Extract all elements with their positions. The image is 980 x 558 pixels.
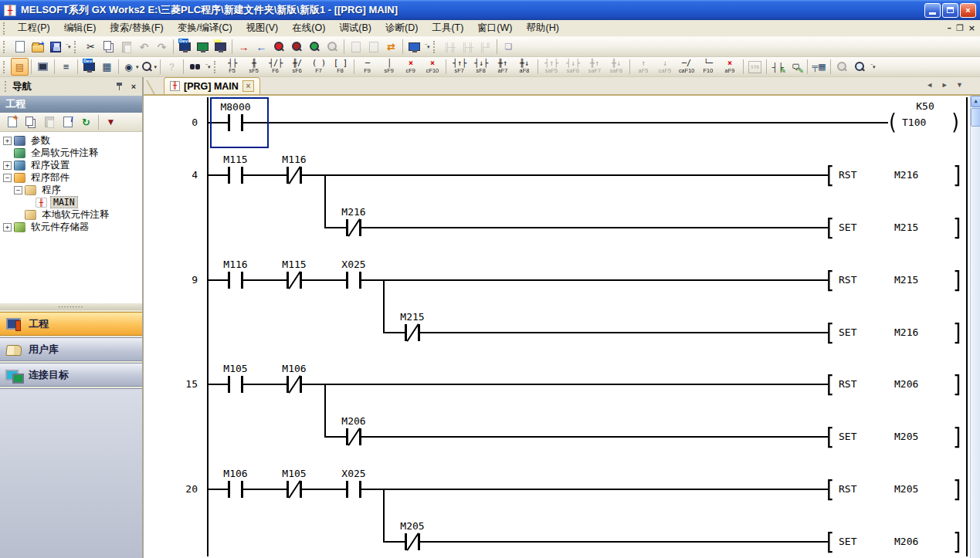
write-to-plc-button[interactable] bbox=[176, 38, 194, 56]
panel-splitter[interactable]: ········· bbox=[0, 303, 142, 310]
find-button[interactable] bbox=[186, 58, 204, 76]
toolbar-overflow-4[interactable]: ‾▾ bbox=[869, 59, 877, 76]
no-contact-X025[interactable] bbox=[346, 272, 361, 289]
watch-start-button[interactable] bbox=[306, 38, 324, 56]
new-project-button[interactable] bbox=[11, 38, 29, 56]
connection-destination-button[interactable] bbox=[405, 38, 423, 56]
coil-device-T100[interactable]: T100 bbox=[902, 117, 926, 128]
no-contact-M106[interactable] bbox=[228, 481, 243, 498]
coil-button[interactable]: ( )F7 bbox=[308, 58, 330, 76]
delete-line-button[interactable]: ×aF9 bbox=[719, 58, 741, 76]
instruction-op-RST[interactable]: RST bbox=[839, 169, 856, 181]
device-batch-monitor-button[interactable] bbox=[270, 38, 288, 56]
window-arrange-button[interactable]: ❏ bbox=[500, 38, 517, 56]
collapse-icon[interactable]: − bbox=[3, 174, 12, 182]
tree-item-MAIN[interactable]: ╫MAIN bbox=[0, 196, 142, 208]
dropdown-arrow-icon[interactable]: ▾ bbox=[154, 64, 158, 70]
toolbar-drag-handle[interactable] bbox=[214, 61, 218, 73]
menu-drag-handle[interactable] bbox=[3, 22, 7, 35]
parallel-open-contact-button[interactable]: ╫sF5 bbox=[243, 58, 265, 76]
tree-item-参数[interactable]: +参数 bbox=[0, 134, 142, 147]
tree-item-程序[interactable]: −程序 bbox=[0, 184, 142, 196]
falling-pulse-button[interactable]: ┤↓├sF8 bbox=[470, 58, 492, 76]
device-display-mode-button[interactable]: ◉▾ bbox=[121, 58, 140, 76]
open-contact-button[interactable]: ┤├F5 bbox=[222, 58, 243, 76]
tab-prg-main[interactable]: ╫ [PRG] MAIN × bbox=[164, 77, 260, 94]
nav-drag-handle[interactable] bbox=[5, 81, 8, 92]
copy-button[interactable] bbox=[100, 38, 117, 56]
transfer-setup-button[interactable]: ⇄ bbox=[382, 38, 400, 56]
close-button[interactable]: × bbox=[960, 3, 976, 18]
menu-5[interactable]: 在线(O) bbox=[285, 19, 332, 37]
nav-close-icon[interactable]: × bbox=[128, 82, 139, 91]
toolbar-overflow-3[interactable]: ‾▾ bbox=[204, 59, 212, 76]
menu-2[interactable]: 搜索/替换(F) bbox=[103, 19, 170, 37]
read-from-plc-button[interactable] bbox=[194, 38, 212, 56]
instruction-device-M206[interactable]: M206 bbox=[894, 378, 918, 390]
instruction-op-SET[interactable]: SET bbox=[839, 536, 856, 547]
invert-operation-result-button[interactable]: ─/caF10 bbox=[676, 58, 697, 76]
navigation-window-toggle-button[interactable]: ▤ bbox=[11, 58, 29, 76]
vertical-line-button[interactable]: │sF9 bbox=[378, 58, 400, 76]
menu-8[interactable]: 工具(T) bbox=[425, 19, 470, 37]
instruction-op-RST[interactable]: RST bbox=[839, 274, 856, 286]
no-contact-M116[interactable] bbox=[228, 272, 243, 289]
instruction-device-M205[interactable]: M205 bbox=[894, 483, 918, 495]
device-test-button[interactable] bbox=[288, 38, 306, 56]
menu-3[interactable]: 变换/编译(C) bbox=[171, 19, 239, 37]
no-contact-M105[interactable] bbox=[228, 376, 243, 393]
monitor-start-button[interactable]: → bbox=[235, 38, 253, 56]
draw-line-button[interactable]: └─F10 bbox=[697, 58, 719, 76]
dropdown-arrow-icon[interactable]: ▾ bbox=[136, 64, 139, 70]
rising-pulse-button[interactable]: ┤↑├sF7 bbox=[449, 58, 470, 76]
vertical-scrollbar[interactable]: ▲ bbox=[970, 96, 980, 558]
view-button-连接目标[interactable]: 连接目标 bbox=[0, 363, 142, 387]
save-project-button[interactable] bbox=[46, 38, 64, 56]
copy-data-button[interactable] bbox=[22, 113, 39, 131]
instruction-op-RST[interactable]: RST bbox=[839, 378, 856, 390]
device-table-button[interactable]: ▦ bbox=[98, 58, 116, 76]
edit-ladder-mode-button[interactable]: ┤├ bbox=[769, 58, 787, 76]
cut-button[interactable]: ✂ bbox=[82, 38, 100, 56]
ladder-canvas[interactable]: ▲ 0M8000(T100)K504M115M116[RSTM216]M216[… bbox=[144, 96, 980, 558]
instruction-device-M206[interactable]: M206 bbox=[894, 536, 918, 547]
tree-item-软元件存储器[interactable]: +软元件存储器 bbox=[0, 221, 142, 233]
instruction-op-SET[interactable]: SET bbox=[839, 222, 856, 233]
monitor-stop-button[interactable]: ← bbox=[253, 38, 270, 56]
program-list-button[interactable]: ≡ bbox=[57, 58, 75, 76]
parallel-falling-pulse-button[interactable]: ╫↓aF8 bbox=[514, 58, 535, 76]
collapse-icon[interactable]: − bbox=[14, 186, 22, 194]
delete-vertical-line-button[interactable]: ×cF10 bbox=[422, 58, 443, 76]
no-contact-X025[interactable] bbox=[346, 481, 361, 498]
minimize-button[interactable] bbox=[924, 3, 941, 18]
closed-contact-button[interactable]: ┤/├F6 bbox=[265, 58, 287, 76]
menu-10[interactable]: 帮助(H) bbox=[519, 19, 565, 37]
horizontal-line-button[interactable]: ─F9 bbox=[357, 58, 378, 76]
parallel-rising-pulse-button[interactable]: ╫↑aF7 bbox=[492, 58, 514, 76]
scroll-up-icon[interactable]: ▲ bbox=[971, 96, 980, 107]
instruction-op-RST[interactable]: RST bbox=[839, 483, 856, 495]
scrollbar-thumb[interactable] bbox=[971, 108, 980, 127]
comment-batch-edit-button[interactable]: ╤▦ bbox=[810, 58, 828, 76]
tab-close-icon[interactable]: × bbox=[242, 80, 254, 92]
instruction-device-M215[interactable]: M215 bbox=[894, 274, 918, 286]
find-mode-button[interactable]: ▾ bbox=[140, 58, 158, 76]
instruction-device-M216[interactable]: M216 bbox=[894, 169, 918, 181]
view-button-用户库[interactable]: 用户库 bbox=[0, 337, 142, 361]
toolbar-drag-handle[interactable] bbox=[3, 41, 7, 53]
open-project-button[interactable] bbox=[29, 38, 46, 56]
application-instruction-button[interactable]: [ ]F8 bbox=[330, 58, 351, 76]
toolbar-overflow-1[interactable]: ‾▾ bbox=[64, 39, 73, 56]
restore-button[interactable] bbox=[942, 3, 958, 18]
toolbar-drag-handle[interactable] bbox=[433, 41, 437, 53]
instruction-op-SET[interactable]: SET bbox=[839, 431, 856, 442]
mdi-minimize-button[interactable]: – bbox=[947, 23, 951, 33]
tree-item-程序部件[interactable]: −程序部件 bbox=[0, 171, 142, 184]
pin-icon[interactable] bbox=[114, 81, 125, 92]
mdi-restore-button[interactable]: ❐ bbox=[956, 23, 964, 33]
tree-item-全局软元件注释[interactable]: 全局软元件注释 bbox=[0, 147, 142, 159]
no-contact-M115[interactable] bbox=[228, 167, 243, 184]
expand-icon[interactable]: + bbox=[3, 137, 12, 145]
tree-item-本地软元件注释[interactable]: 本地软元件注释 bbox=[0, 208, 142, 221]
tab-scroll-arrows[interactable]: ◄ ► ▼ bbox=[926, 81, 966, 89]
